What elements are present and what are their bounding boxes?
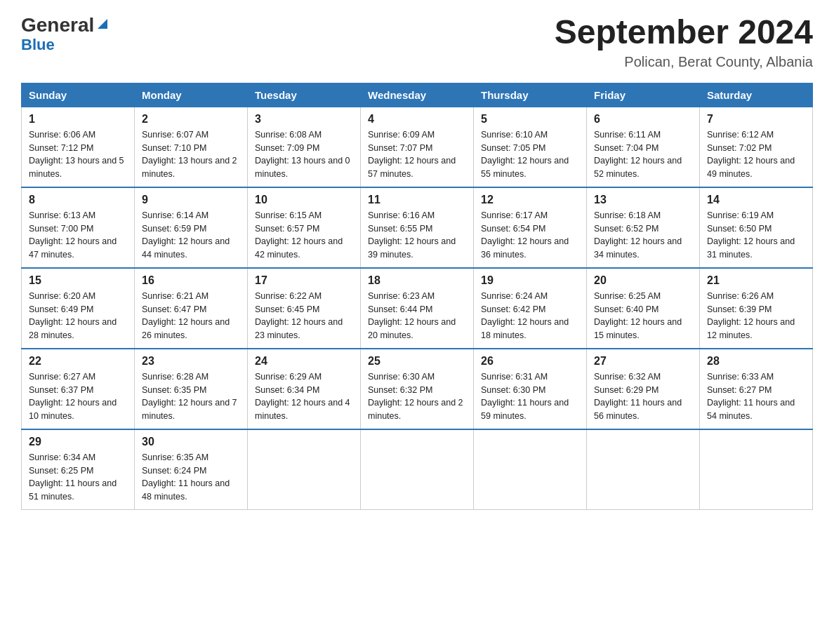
header-saturday: Saturday — [700, 83, 813, 107]
day-info: Sunrise: 6:35 AMSunset: 6:24 PMDaylight:… — [142, 451, 240, 504]
day-number: 3 — [255, 113, 353, 126]
day-info: Sunrise: 6:20 AMSunset: 6:49 PMDaylight:… — [29, 290, 127, 342]
day-info: Sunrise: 6:23 AMSunset: 6:44 PMDaylight:… — [368, 290, 466, 342]
day-info: Sunrise: 6:28 AMSunset: 6:35 PMDaylight:… — [142, 370, 240, 423]
calendar-cell: 12Sunrise: 6:17 AMSunset: 6:54 PMDayligh… — [474, 187, 587, 268]
day-number: 2 — [142, 113, 240, 126]
calendar-cell: 19Sunrise: 6:24 AMSunset: 6:42 PMDayligh… — [474, 268, 587, 349]
day-number: 27 — [594, 355, 692, 368]
calendar-cell: 3Sunrise: 6:08 AMSunset: 7:09 PMDaylight… — [248, 107, 361, 187]
calendar-cell: 17Sunrise: 6:22 AMSunset: 6:45 PMDayligh… — [248, 268, 361, 349]
day-number: 23 — [142, 355, 240, 368]
day-number: 22 — [29, 355, 127, 368]
calendar-cell: 27Sunrise: 6:32 AMSunset: 6:29 PMDayligh… — [587, 349, 700, 429]
calendar-cell — [248, 429, 361, 510]
day-info: Sunrise: 6:12 AMSunset: 7:02 PMDaylight:… — [707, 128, 805, 181]
day-info: Sunrise: 6:10 AMSunset: 7:05 PMDaylight:… — [481, 128, 579, 181]
calendar-cell — [474, 429, 587, 510]
calendar-cell — [700, 429, 813, 510]
calendar-cell: 2Sunrise: 6:07 AMSunset: 7:10 PMDaylight… — [135, 107, 248, 187]
day-number: 8 — [29, 194, 127, 206]
day-info: Sunrise: 6:32 AMSunset: 6:29 PMDaylight:… — [594, 370, 692, 423]
day-info: Sunrise: 6:13 AMSunset: 7:00 PMDaylight:… — [29, 209, 127, 262]
day-number: 4 — [368, 113, 466, 126]
calendar-cell: 7Sunrise: 6:12 AMSunset: 7:02 PMDaylight… — [700, 107, 813, 187]
logo-blue-text: Blue — [21, 36, 55, 54]
day-number: 16 — [142, 274, 240, 287]
day-number: 12 — [481, 194, 579, 206]
day-info: Sunrise: 6:24 AMSunset: 6:42 PMDaylight:… — [481, 290, 579, 342]
day-number: 1 — [29, 113, 127, 126]
day-number: 24 — [255, 355, 353, 368]
day-info: Sunrise: 6:34 AMSunset: 6:25 PMDaylight:… — [29, 451, 127, 504]
day-number: 19 — [481, 274, 579, 287]
calendar-cell: 14Sunrise: 6:19 AMSunset: 6:50 PMDayligh… — [700, 187, 813, 268]
calendar-cell: 29Sunrise: 6:34 AMSunset: 6:25 PMDayligh… — [22, 429, 135, 510]
calendar-header-row: SundayMondayTuesdayWednesdayThursdayFrid… — [22, 83, 813, 107]
calendar-cell: 15Sunrise: 6:20 AMSunset: 6:49 PMDayligh… — [22, 268, 135, 349]
calendar-week-row: 29Sunrise: 6:34 AMSunset: 6:25 PMDayligh… — [22, 429, 813, 510]
calendar-cell: 26Sunrise: 6:31 AMSunset: 6:30 PMDayligh… — [474, 349, 587, 429]
page-header: General Blue September 2024 Polican, Ber… — [21, 14, 813, 70]
svg-marker-0 — [98, 19, 107, 29]
day-number: 11 — [368, 194, 466, 206]
calendar-week-row: 1Sunrise: 6:06 AMSunset: 7:12 PMDaylight… — [22, 107, 813, 187]
day-number: 29 — [29, 436, 127, 448]
day-number: 7 — [707, 113, 805, 126]
day-number: 21 — [707, 274, 805, 287]
header-sunday: Sunday — [22, 83, 135, 107]
calendar-cell: 4Sunrise: 6:09 AMSunset: 7:07 PMDaylight… — [361, 107, 474, 187]
header-tuesday: Tuesday — [248, 83, 361, 107]
calendar-cell: 8Sunrise: 6:13 AMSunset: 7:00 PMDaylight… — [22, 187, 135, 268]
day-number: 17 — [255, 274, 353, 287]
calendar-cell: 24Sunrise: 6:29 AMSunset: 6:34 PMDayligh… — [248, 349, 361, 429]
day-info: Sunrise: 6:30 AMSunset: 6:32 PMDaylight:… — [368, 370, 466, 423]
day-info: Sunrise: 6:17 AMSunset: 6:54 PMDaylight:… — [481, 209, 579, 262]
calendar-cell: 25Sunrise: 6:30 AMSunset: 6:32 PMDayligh… — [361, 349, 474, 429]
calendar-cell: 1Sunrise: 6:06 AMSunset: 7:12 PMDaylight… — [22, 107, 135, 187]
day-number: 13 — [594, 194, 692, 206]
day-info: Sunrise: 6:26 AMSunset: 6:39 PMDaylight:… — [707, 290, 805, 342]
calendar-week-row: 8Sunrise: 6:13 AMSunset: 7:00 PMDaylight… — [22, 187, 813, 268]
calendar-week-row: 22Sunrise: 6:27 AMSunset: 6:37 PMDayligh… — [22, 349, 813, 429]
calendar-cell: 21Sunrise: 6:26 AMSunset: 6:39 PMDayligh… — [700, 268, 813, 349]
calendar-cell: 22Sunrise: 6:27 AMSunset: 6:37 PMDayligh… — [22, 349, 135, 429]
calendar-cell: 23Sunrise: 6:28 AMSunset: 6:35 PMDayligh… — [135, 349, 248, 429]
calendar-table: SundayMondayTuesdayWednesdayThursdayFrid… — [21, 83, 813, 510]
day-info: Sunrise: 6:25 AMSunset: 6:40 PMDaylight:… — [594, 290, 692, 342]
day-info: Sunrise: 6:11 AMSunset: 7:04 PMDaylight:… — [594, 128, 692, 181]
header-thursday: Thursday — [474, 83, 587, 107]
page-title: September 2024 — [555, 14, 813, 51]
day-number: 9 — [142, 194, 240, 206]
logo-general-text: General — [21, 14, 94, 36]
day-number: 6 — [594, 113, 692, 126]
day-info: Sunrise: 6:14 AMSunset: 6:59 PMDaylight:… — [142, 209, 240, 262]
calendar-cell: 18Sunrise: 6:23 AMSunset: 6:44 PMDayligh… — [361, 268, 474, 349]
calendar-cell: 10Sunrise: 6:15 AMSunset: 6:57 PMDayligh… — [248, 187, 361, 268]
calendar-week-row: 15Sunrise: 6:20 AMSunset: 6:49 PMDayligh… — [22, 268, 813, 349]
day-number: 20 — [594, 274, 692, 287]
logo-triangle-icon — [95, 16, 110, 32]
day-number: 25 — [368, 355, 466, 368]
calendar-cell: 11Sunrise: 6:16 AMSunset: 6:55 PMDayligh… — [361, 187, 474, 268]
logo: General Blue — [21, 14, 110, 54]
day-info: Sunrise: 6:08 AMSunset: 7:09 PMDaylight:… — [255, 128, 353, 181]
calendar-cell: 16Sunrise: 6:21 AMSunset: 6:47 PMDayligh… — [135, 268, 248, 349]
day-info: Sunrise: 6:27 AMSunset: 6:37 PMDaylight:… — [29, 370, 127, 423]
day-number: 15 — [29, 274, 127, 287]
day-info: Sunrise: 6:09 AMSunset: 7:07 PMDaylight:… — [368, 128, 466, 181]
calendar-cell — [361, 429, 474, 510]
day-info: Sunrise: 6:29 AMSunset: 6:34 PMDaylight:… — [255, 370, 353, 423]
day-info: Sunrise: 6:16 AMSunset: 6:55 PMDaylight:… — [368, 209, 466, 262]
day-number: 26 — [481, 355, 579, 368]
day-info: Sunrise: 6:18 AMSunset: 6:52 PMDaylight:… — [594, 209, 692, 262]
calendar-cell: 5Sunrise: 6:10 AMSunset: 7:05 PMDaylight… — [474, 107, 587, 187]
day-number: 30 — [142, 436, 240, 448]
day-info: Sunrise: 6:19 AMSunset: 6:50 PMDaylight:… — [707, 209, 805, 262]
calendar-cell: 6Sunrise: 6:11 AMSunset: 7:04 PMDaylight… — [587, 107, 700, 187]
calendar-cell: 13Sunrise: 6:18 AMSunset: 6:52 PMDayligh… — [587, 187, 700, 268]
day-number: 10 — [255, 194, 353, 206]
day-info: Sunrise: 6:21 AMSunset: 6:47 PMDaylight:… — [142, 290, 240, 342]
page-subtitle: Polican, Berat County, Albania — [555, 54, 813, 70]
day-info: Sunrise: 6:22 AMSunset: 6:45 PMDaylight:… — [255, 290, 353, 342]
